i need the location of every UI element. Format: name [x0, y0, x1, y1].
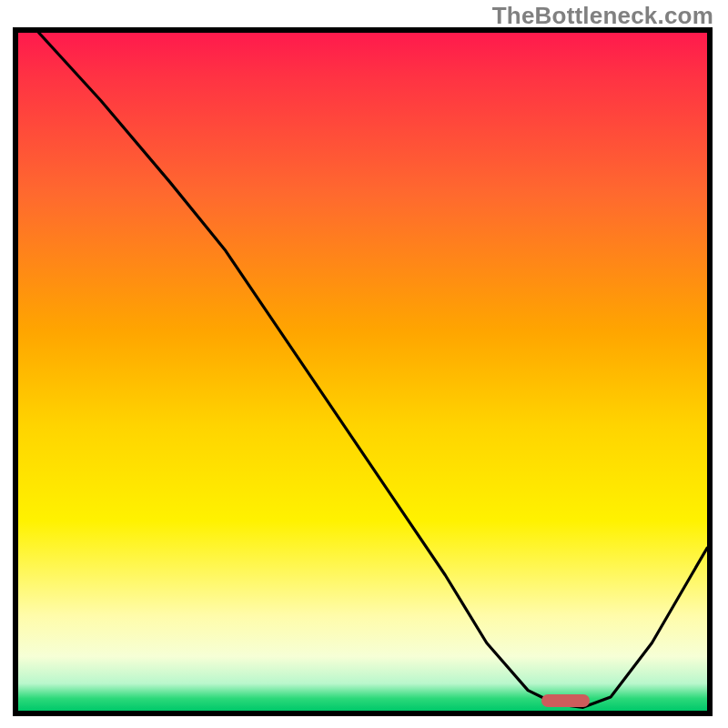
highlight-marker	[541, 694, 590, 707]
watermark-text: TheBottleneck.com	[492, 2, 713, 30]
chart-container: TheBottleneck.com	[0, 0, 728, 728]
plot-area	[18, 33, 707, 711]
line-series	[18, 33, 707, 711]
plot-frame	[13, 27, 713, 716]
